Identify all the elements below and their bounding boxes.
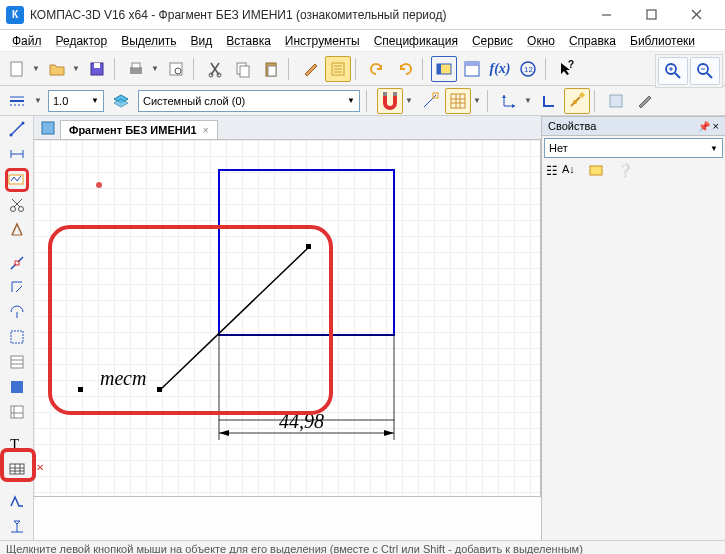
new-doc-button[interactable] bbox=[4, 56, 30, 82]
prop-sort-icon[interactable]: A↓ bbox=[562, 163, 575, 180]
main-area: T Фрагмент БЕЗ ИМЕНИ1 × bbox=[0, 116, 725, 540]
select-tool[interactable] bbox=[5, 326, 29, 349]
layer-select[interactable]: Системный слой (0)▼ bbox=[138, 90, 360, 112]
maximize-button[interactable] bbox=[629, 1, 674, 29]
zoom-in-button[interactable] bbox=[658, 57, 688, 85]
svg-rect-8 bbox=[132, 63, 140, 68]
menu-libs[interactable]: Библиотеки bbox=[624, 32, 701, 50]
measure-tool[interactable] bbox=[5, 301, 29, 324]
svg-point-49 bbox=[573, 100, 577, 104]
svg-rect-66 bbox=[11, 356, 23, 368]
left-toolbar: T bbox=[0, 116, 34, 540]
linetype-button[interactable] bbox=[4, 88, 30, 114]
svg-rect-16 bbox=[268, 66, 276, 76]
menu-insert[interactable]: Вставка bbox=[220, 32, 277, 50]
document-tab[interactable]: Фрагмент БЕЗ ИМЕНИ1 × bbox=[60, 120, 218, 139]
open-button[interactable] bbox=[44, 56, 70, 82]
print-button[interactable] bbox=[123, 56, 149, 82]
work-area: Фрагмент БЕЗ ИМЕНИ1 × 44,98 bbox=[34, 116, 541, 540]
roughness-tool[interactable] bbox=[5, 490, 29, 513]
geom-line-tool[interactable] bbox=[5, 118, 29, 141]
menu-window[interactable]: Окно bbox=[521, 32, 561, 50]
linewidth-select[interactable]: 1.0▼ bbox=[48, 90, 104, 112]
svg-rect-1 bbox=[647, 10, 656, 19]
properties-title: Свойства bbox=[548, 120, 596, 132]
layer-icon[interactable] bbox=[108, 88, 134, 114]
svg-line-51 bbox=[11, 123, 23, 135]
menu-help[interactable]: Справка bbox=[563, 32, 622, 50]
edit-tool[interactable] bbox=[5, 251, 29, 274]
menu-bar: Файл Редактор Выделить Вид Вставка Инстр… bbox=[0, 30, 725, 52]
close-button[interactable] bbox=[674, 1, 719, 29]
svg-rect-69 bbox=[11, 381, 23, 393]
svg-line-40 bbox=[424, 95, 436, 107]
lcs-button[interactable] bbox=[496, 88, 522, 114]
help-cursor-button[interactable]: ? bbox=[554, 56, 580, 82]
properties-title-bar: Свойства 📌 × bbox=[542, 116, 725, 136]
menu-spec[interactable]: Спецификация bbox=[368, 32, 464, 50]
properties-selection[interactable]: Нет▼ bbox=[544, 138, 723, 158]
designation-tool[interactable] bbox=[5, 168, 29, 192]
ortho-button[interactable] bbox=[536, 88, 562, 114]
status-text: Щелкните левой кнопкой мыши на объекте д… bbox=[6, 543, 583, 554]
tab-close-icon[interactable]: × bbox=[203, 125, 209, 136]
menu-tools[interactable]: Инструменты bbox=[279, 32, 366, 50]
command-panel[interactable] bbox=[34, 496, 541, 540]
edit-pen-button[interactable] bbox=[631, 88, 657, 114]
snap-end-button[interactable] bbox=[417, 88, 443, 114]
undo-button[interactable] bbox=[364, 56, 390, 82]
snap-magnet-button[interactable] bbox=[377, 88, 403, 114]
svg-point-59 bbox=[18, 207, 23, 212]
filter-button[interactable] bbox=[603, 88, 629, 114]
preview-button[interactable] bbox=[163, 56, 189, 82]
svg-rect-14 bbox=[240, 66, 249, 77]
svg-point-52 bbox=[9, 134, 12, 137]
report-tool[interactable] bbox=[5, 375, 29, 398]
panel-pin-icon[interactable]: 📌 bbox=[698, 121, 710, 132]
menu-select[interactable]: Выделить bbox=[115, 32, 182, 50]
prop-cat-icon[interactable]: ☷ bbox=[546, 163, 558, 180]
fx-button[interactable]: f(x) bbox=[487, 56, 513, 82]
menu-service[interactable]: Сервис bbox=[466, 32, 519, 50]
insert-tool[interactable] bbox=[5, 400, 29, 423]
text-tool[interactable]: T bbox=[5, 433, 29, 456]
spec-tool[interactable] bbox=[5, 351, 29, 374]
svg-rect-6 bbox=[94, 63, 100, 68]
base-tool[interactable] bbox=[5, 515, 29, 538]
cut-button[interactable] bbox=[202, 56, 228, 82]
copy-button[interactable] bbox=[230, 56, 256, 82]
grid-button[interactable] bbox=[445, 88, 471, 114]
menu-view[interactable]: Вид bbox=[185, 32, 219, 50]
menu-edit[interactable]: Редактор bbox=[50, 32, 114, 50]
param-tool[interactable] bbox=[5, 276, 29, 299]
status-bar: Щелкните левой кнопкой мыши на объекте д… bbox=[0, 540, 725, 554]
panel-close-icon[interactable]: × bbox=[713, 120, 719, 132]
svg-rect-22 bbox=[437, 64, 441, 74]
minimize-button[interactable] bbox=[584, 1, 629, 29]
origin-x-marker: ✕ bbox=[36, 462, 44, 473]
drawing-canvas[interactable]: 44,98 тест ✕ bbox=[34, 140, 541, 496]
variables-button[interactable] bbox=[459, 56, 485, 82]
svg-line-60 bbox=[14, 199, 22, 207]
manager-button[interactable] bbox=[431, 56, 457, 82]
dimension-tool[interactable] bbox=[5, 143, 29, 166]
save-button[interactable] bbox=[84, 56, 110, 82]
title-bar: К КОМПАС-3D V16 x64 - Фрагмент БЕЗ ИМЕНИ… bbox=[0, 0, 725, 30]
round-button[interactable] bbox=[564, 88, 590, 114]
brush-button[interactable] bbox=[297, 56, 323, 82]
build-tool[interactable] bbox=[5, 219, 29, 242]
cut-tool[interactable] bbox=[5, 194, 29, 217]
prop-layer-icon[interactable] bbox=[589, 163, 603, 180]
svg-rect-24 bbox=[465, 62, 479, 66]
properties-button[interactable] bbox=[325, 56, 351, 82]
table-tool[interactable] bbox=[5, 458, 29, 481]
redo-button[interactable] bbox=[392, 56, 418, 82]
menu-file[interactable]: Файл bbox=[6, 32, 48, 50]
svg-point-89 bbox=[96, 182, 102, 188]
properties-panel: Свойства 📌 × Нет▼ ☷ A↓ ❔ bbox=[541, 116, 725, 540]
paste-button[interactable] bbox=[258, 56, 284, 82]
var12-button[interactable]: 12 bbox=[515, 56, 541, 82]
prop-help-icon[interactable]: ❔ bbox=[617, 163, 633, 180]
svg-rect-42 bbox=[451, 94, 465, 108]
zoom-out-button[interactable] bbox=[690, 57, 720, 85]
